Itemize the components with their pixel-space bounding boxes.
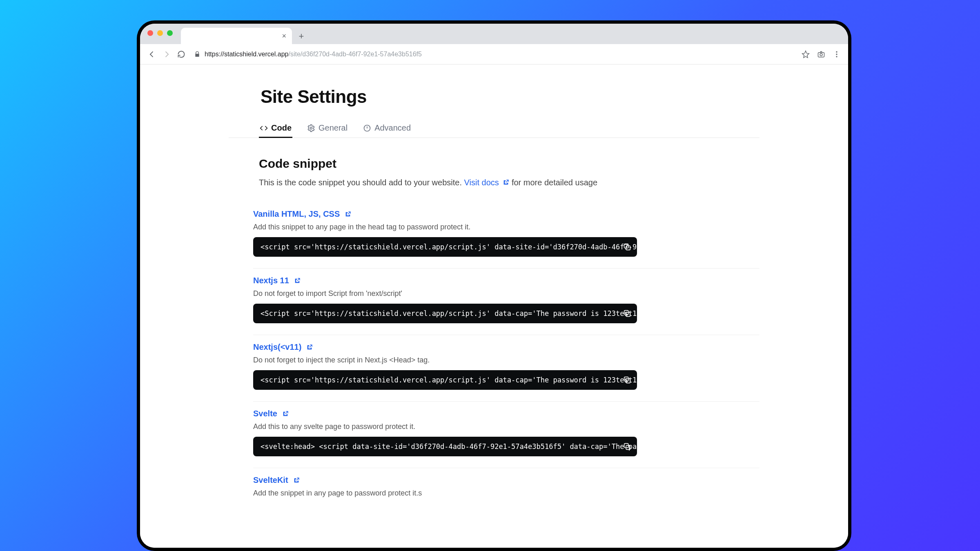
snippet-title-link[interactable]: Svelte <box>253 409 289 418</box>
snippet-block: SvelteKitAdd the snippet in any page to … <box>253 468 760 513</box>
code-text: <Script src='https://staticshield.vercel… <box>261 309 637 318</box>
external-link-icon <box>293 477 300 484</box>
snippet-title-text: Nextjs 11 <box>253 276 289 285</box>
lock-icon <box>194 51 200 58</box>
kebab-menu-icon[interactable] <box>833 50 841 58</box>
code-box: <script src='https://staticshield.vercel… <box>253 237 637 257</box>
snippet-title-text: Nextjs(<v11) <box>253 342 301 352</box>
reload-button[interactable] <box>177 50 186 59</box>
snippet-title-link[interactable]: SvelteKit <box>253 475 300 485</box>
snippet-description: Add this to any svelte page to password … <box>253 422 760 431</box>
code-box: <script src='https://staticshield.vercel… <box>253 370 637 390</box>
url-path: /site/d36f270d-4adb-46f7-92e1-57a4e3b516… <box>288 51 422 58</box>
browser-tab[interactable]: × <box>181 28 292 44</box>
snippet-title-link[interactable]: Vanilla HTML, JS, CSS <box>253 209 351 219</box>
code-text: <script src='https://staticshield.vercel… <box>261 376 637 384</box>
code-text: <script src='https://staticshield.vercel… <box>261 243 637 251</box>
settings-tabs: Code General <box>229 119 760 138</box>
browser-toolbar: https://staticshield.vercel.app/site/d36… <box>140 44 848 64</box>
device-screen: × + htt <box>140 24 848 548</box>
snippet-description: Add this snippet to any page in the head… <box>253 223 760 231</box>
tab-label: General <box>318 123 347 133</box>
external-link-icon <box>282 411 289 417</box>
snippet-block: Vanilla HTML, JS, CSSAdd this snippet to… <box>253 202 760 269</box>
snippet-title-link[interactable]: Nextjs(<v11) <box>253 342 313 352</box>
snippet-description: Add the snippet in any page to password … <box>253 489 760 498</box>
copy-button[interactable] <box>621 241 633 253</box>
page-title: Site Settings <box>261 87 760 107</box>
tab-advanced[interactable]: Advanced <box>362 119 412 138</box>
tab-label: Code <box>271 123 292 133</box>
external-link-icon <box>294 278 301 284</box>
code-text: <svelte:head> <script data-site-id='d36f… <box>261 442 637 451</box>
browser-tabbar: × + <box>140 24 848 44</box>
page-content: Site Settings Code <box>140 64 848 548</box>
copy-button[interactable] <box>621 441 633 452</box>
new-tab-button[interactable]: + <box>295 30 307 42</box>
snippet-title-text: Vanilla HTML, JS, CSS <box>253 209 340 219</box>
svg-point-5 <box>310 127 312 129</box>
address-bar[interactable]: https://staticshield.vercel.app/site/d36… <box>192 51 796 58</box>
external-link-icon <box>345 211 351 218</box>
svg-point-1 <box>820 53 822 56</box>
section-heading: Code snippet <box>259 157 760 171</box>
close-window-icon[interactable] <box>147 30 153 36</box>
window-controls <box>147 30 173 38</box>
alert-icon <box>363 124 371 132</box>
svg-point-4 <box>836 56 837 57</box>
code-icon <box>260 124 268 132</box>
snippet-title-text: SvelteKit <box>253 475 288 485</box>
gear-icon <box>307 124 315 132</box>
code-box: <Script src='https://staticshield.vercel… <box>253 304 637 323</box>
section-description: This is the code snippet you should add … <box>259 178 760 187</box>
snippet-description: Do not forget to import Script from 'nex… <box>253 289 760 298</box>
snippet-title-link[interactable]: Nextjs 11 <box>253 276 301 285</box>
browser-window: × + htt <box>140 24 848 548</box>
device-frame: × + htt <box>137 20 851 551</box>
snippet-block: SvelteAdd this to any svelte page to pas… <box>253 402 760 468</box>
tab-general[interactable]: General <box>306 119 348 138</box>
bookmark-icon[interactable] <box>802 50 810 58</box>
page-viewport: Site Settings Code <box>140 64 848 548</box>
snippet-block: Nextjs(<v11)Do not forget to inject the … <box>253 335 760 402</box>
toolbar-right <box>802 50 841 58</box>
tab-code[interactable]: Code <box>259 119 292 138</box>
svg-point-2 <box>836 51 837 52</box>
tab-label: Advanced <box>374 123 411 133</box>
back-button[interactable] <box>147 50 156 59</box>
url-host: https://staticshield.vercel.app <box>205 51 288 58</box>
camera-icon[interactable] <box>817 50 825 58</box>
code-box: <svelte:head> <script data-site-id='d36f… <box>253 437 637 456</box>
snippet-title-text: Svelte <box>253 409 277 418</box>
maximize-window-icon[interactable] <box>167 30 173 36</box>
snippet-description: Do not forget to inject the script in Ne… <box>253 356 760 364</box>
snippet-block: Nextjs 11Do not forget to import Script … <box>253 269 760 335</box>
copy-button[interactable] <box>621 308 633 319</box>
visit-docs-link[interactable]: Visit docs <box>464 178 512 187</box>
external-link-icon <box>306 344 313 351</box>
close-tab-icon[interactable]: × <box>282 32 286 40</box>
copy-button[interactable] <box>621 374 633 386</box>
external-link-icon <box>503 179 509 186</box>
svg-point-3 <box>836 53 837 55</box>
minimize-window-icon[interactable] <box>157 30 163 36</box>
forward-button <box>162 50 171 59</box>
